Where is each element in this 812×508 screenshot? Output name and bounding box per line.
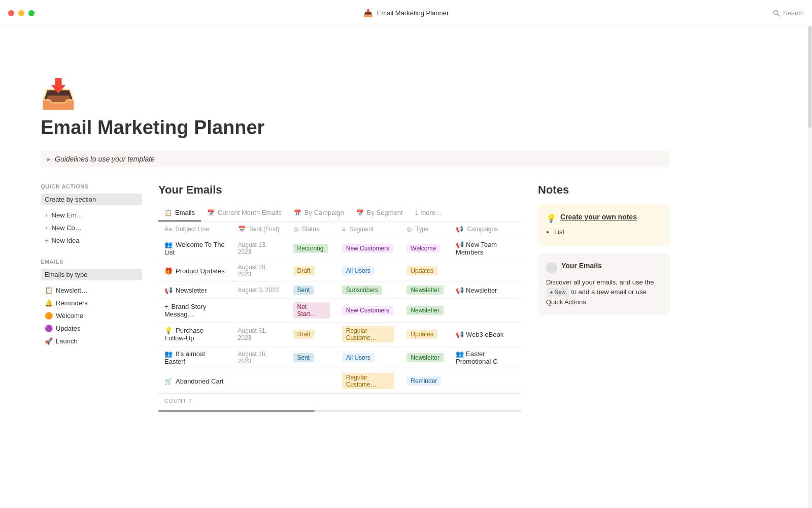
- col-subject-line[interactable]: Aa Subject Line: [158, 221, 232, 237]
- col-status[interactable]: ◎ Status: [287, 221, 336, 237]
- tab-by-segment-label: By Segment: [367, 209, 403, 216]
- sidebar-item-updates[interactable]: 🟣 Updates: [41, 323, 142, 334]
- emails-sidebar-section: Emails Emails by type 📋 Newslett… 🔔 Remi…: [41, 259, 142, 347]
- note-create-list-item: List: [554, 227, 662, 237]
- cell-subject-6[interactable]: 🛒Abandoned Cart: [158, 369, 232, 393]
- sidebar-item-newsletter[interactable]: 📋 Newslett…: [41, 284, 142, 296]
- guidelines-toggle[interactable]: ▶ Guidelines to use your template: [41, 151, 670, 167]
- cell-status-3: Not Start…: [287, 299, 336, 323]
- col-campaigns[interactable]: 📢 Campaigns: [450, 221, 522, 237]
- cell-status-4: Draft: [287, 323, 336, 346]
- cell-subject-4[interactable]: 💡Purchase Follow-Up: [158, 323, 232, 346]
- cell-segment-4: Regular Custome…: [336, 323, 401, 346]
- cell-campaign-5: 👥Easter Promotional C: [450, 346, 522, 369]
- subject-text: Abandoned Cart: [176, 377, 224, 385]
- col-sent-icon: 📅: [238, 226, 246, 233]
- status-badge: Not Start…: [293, 302, 330, 319]
- emails-main-title: Your Emails: [158, 183, 522, 197]
- reminders-icon: 🔔: [45, 299, 53, 307]
- table-row[interactable]: 🛒Abandoned CartRegular Custome…Reminder: [158, 369, 522, 393]
- title-bar-center: 📥 Email Marketing Planner: [363, 9, 449, 18]
- campaign-icon: 📢: [456, 241, 464, 248]
- sidebar-item-launch[interactable]: 🚀 Launch: [41, 335, 142, 347]
- emails-table-wrapper: Aa Subject Line 📅 Sent (First) ◎ Status: [158, 221, 522, 412]
- type-badge: Newsletter: [407, 353, 444, 362]
- note-create-title[interactable]: Create your own notes: [560, 213, 637, 221]
- new-email-action[interactable]: + New Em…: [41, 209, 142, 221]
- sidebar-item-welcome[interactable]: 🟠 Welcome: [41, 310, 142, 322]
- type-badge: Newsletter: [407, 285, 444, 295]
- new-co-action[interactable]: + New Co…: [41, 222, 142, 234]
- tab-current-month-label: Current Month Emails: [218, 209, 282, 216]
- emails-by-type-btn[interactable]: Emails by type: [41, 269, 142, 280]
- cell-subject-3[interactable]: +Brand Story Messag…: [158, 299, 232, 323]
- scrollbar-thumb[interactable]: [808, 26, 811, 128]
- note-card-emails: Your Emails Discover all your emails, an…: [538, 253, 670, 315]
- table-row[interactable]: 🎁Product UpdatesAugust 28, 2023DraftAll …: [158, 260, 522, 282]
- count-value: 7: [188, 398, 192, 404]
- table-row[interactable]: 👥Welcome To The ListAugust 13, 2023Recur…: [158, 237, 522, 260]
- col-segment[interactable]: ≡ Segment: [336, 221, 401, 237]
- table-row[interactable]: 💡Purchase Follow-UpAugust 31, 2023DraftR…: [158, 323, 522, 346]
- cell-type-2: Newsletter: [400, 282, 450, 299]
- newsletter-label: Newslett…: [56, 287, 88, 294]
- cell-sent-6: [232, 369, 287, 393]
- note-new-badge: + New: [547, 288, 568, 297]
- cell-subject-1[interactable]: 🎁Product Updates: [158, 260, 232, 282]
- scroll-indicator[interactable]: [158, 410, 522, 412]
- cell-campaign-6: [450, 369, 522, 393]
- cell-subject-5[interactable]: 👥It's almost Easter!: [158, 346, 232, 369]
- cell-status-5: Sent: [287, 346, 336, 369]
- tab-by-campaign[interactable]: 📅 By Campaign: [288, 205, 350, 221]
- table-row[interactable]: +Brand Story Messag…Not Start…New Custom…: [158, 299, 522, 323]
- cell-segment-5: All Users: [336, 346, 401, 369]
- table-row[interactable]: 📢NewsletterAugust 3, 2023SentSubscribers…: [158, 282, 522, 299]
- table-row[interactable]: 👥It's almost Easter!August 16, 2023SentA…: [158, 346, 522, 369]
- cell-subject-2[interactable]: 📢Newsletter: [158, 282, 232, 299]
- row-icon: +: [164, 303, 168, 310]
- col-sent[interactable]: 📅 Sent (First): [232, 221, 287, 237]
- maximize-button[interactable]: [28, 10, 35, 16]
- cell-campaign-3: [450, 299, 522, 323]
- minimize-button[interactable]: [18, 10, 24, 16]
- tab-current-month[interactable]: 📅 Current Month Emails: [201, 205, 288, 221]
- emails-table: Aa Subject Line 📅 Sent (First) ◎ Status: [158, 221, 522, 393]
- new-idea-action[interactable]: + New Idea: [41, 235, 142, 246]
- status-badge: Sent: [293, 285, 314, 295]
- row-icon: 💡: [164, 327, 173, 334]
- cell-subject-0[interactable]: 👥Welcome To The List: [158, 237, 232, 260]
- create-by-section-btn[interactable]: Create by section: [41, 194, 142, 205]
- scrollbar[interactable]: [808, 0, 812, 453]
- svg-line-1: [777, 14, 780, 16]
- close-button[interactable]: [8, 10, 14, 16]
- tab-more[interactable]: 1 more…: [409, 205, 448, 221]
- cell-segment-0: New Customers: [336, 237, 401, 260]
- new-email-label: New Em…: [52, 211, 83, 219]
- toggle-arrow-icon: ▶: [47, 156, 51, 162]
- cell-segment-3: New Customers: [336, 299, 401, 323]
- subject-text: Product Updates: [176, 267, 225, 275]
- search-button[interactable]: Search: [773, 9, 804, 17]
- plus-icon-1: +: [45, 211, 49, 219]
- tab-emails[interactable]: 📋 Emails: [158, 205, 201, 221]
- col-campaigns-icon: 📢: [456, 226, 463, 233]
- type-badge: Welcome: [407, 244, 440, 253]
- updates-icon: 🟣: [45, 325, 53, 332]
- plus-icon-2: +: [45, 224, 49, 232]
- sidebar-item-reminders[interactable]: 🔔 Reminders: [41, 297, 142, 309]
- count-label: COUNT: [164, 398, 186, 404]
- page-title: Email Marketing Planner: [41, 117, 670, 139]
- note-emails-avatar: [546, 262, 557, 273]
- cell-sent-1: August 28, 2023: [232, 260, 287, 282]
- cell-sent-3: [232, 299, 287, 323]
- tab-emails-icon: 📋: [164, 209, 172, 216]
- tab-by-segment[interactable]: 📅 By Segment: [350, 205, 409, 221]
- title-bar-page-icon: 📥: [363, 9, 373, 18]
- subject-text: Brand Story Messag…: [164, 303, 206, 318]
- cell-type-1: Updates: [400, 260, 450, 282]
- col-type[interactable]: ◎ Type: [400, 221, 450, 237]
- note-emails-title[interactable]: Your Emails: [561, 262, 602, 270]
- cell-campaign-0: 📢New Team Members: [450, 237, 522, 260]
- title-bar-page-title: Email Marketing Planner: [377, 9, 449, 17]
- emails-sidebar-title: Emails: [41, 259, 142, 265]
